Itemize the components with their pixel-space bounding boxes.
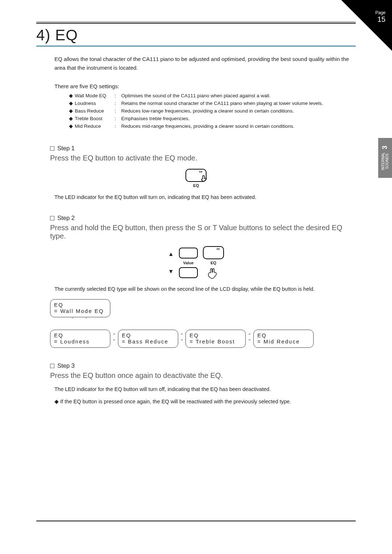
colon: :	[115, 100, 121, 107]
value-buttons: Value	[179, 248, 198, 278]
page-corner-shape	[341, 0, 392, 51]
step-3-label: Step 3	[50, 362, 356, 369]
step-2-note: The currently selected EQ type will be s…	[54, 286, 356, 292]
eq-button-illustration: EQ	[185, 169, 207, 188]
step-2-diagram: ▲ ▼ Value EQ	[36, 246, 356, 280]
setting-desc: Reduces mid-range frequencies, providing…	[121, 123, 356, 130]
settings-list: ◆ Wall Mode EQ : Optimises the sound of …	[69, 92, 356, 130]
colon: :	[115, 123, 121, 130]
step-2-label: Step 2	[50, 215, 356, 221]
value-up-button	[179, 248, 198, 258]
lcd-row: EQ = Loudness ˜˜ EQ = Bass Reduce ˜˜ EQ …	[50, 330, 356, 348]
intro-paragraph: EQ allows the tonal character of the CA1…	[54, 55, 356, 72]
setting-row: ◆ Wall Mode EQ : Optimises the sound of …	[69, 92, 356, 100]
lcd-display: EQ = Wall Mode EQ	[50, 299, 110, 317]
side-tab-line1: INTERNAL	[381, 152, 385, 170]
lcd-line2: = Bass Reduce	[122, 338, 174, 345]
lcd-display: EQ = Loudness	[50, 330, 110, 348]
colon: :	[115, 92, 121, 100]
side-tab: INTERNAL SOUNDS 3	[378, 138, 392, 178]
setting-desc: Optimises the sound of the CA111 piano w…	[121, 92, 356, 100]
header-block: 4) EQ	[36, 23, 356, 47]
page-title: 4) EQ	[36, 24, 356, 45]
diamond-icon: ◆	[69, 107, 75, 115]
setting-row: ◆ Bass Reduce : Reduces low-range freque…	[69, 107, 356, 115]
lcd-separator: ˜˜	[180, 333, 184, 345]
diamond-icon: ◆	[69, 92, 75, 100]
step-1-instruction: Press the EQ button to activate the EQ m…	[50, 154, 356, 162]
step-2: Step 2 Press and hold the EQ button, the…	[36, 215, 356, 348]
value-label: Value	[183, 261, 194, 265]
colon: :	[115, 107, 121, 115]
press-hand-icon	[199, 174, 209, 184]
setting-desc: Retains the normal sound character of th…	[121, 100, 356, 107]
checkbox-icon	[50, 146, 54, 151]
side-tab-line2: SOUNDS	[385, 152, 389, 170]
setting-name: Wall Mode EQ	[75, 92, 115, 100]
eq-button-outline	[203, 246, 224, 259]
setting-row: ◆ Treble Boost : Emphasises treble frequ…	[69, 115, 356, 123]
diamond-icon: ◆	[69, 100, 75, 107]
setting-row: ◆ Loudness : Retains the normal sound ch…	[69, 100, 356, 107]
setting-name: Treble Boost	[75, 115, 115, 123]
step-1-diagram: EQ	[36, 169, 356, 188]
lcd-line1: EQ	[122, 332, 174, 338]
setting-desc: Reduces low-range frequencies, providing…	[121, 107, 356, 115]
step-3-bullet-text: If the EQ button is pressed once again, …	[60, 399, 291, 404]
page-label: Page	[375, 10, 385, 15]
page-corner: Page 15	[341, 0, 392, 51]
diamond-icon: ◆	[69, 123, 75, 130]
step-2-label-text: Step 2	[57, 215, 75, 221]
lcd-line1: EQ	[54, 302, 106, 308]
down-arrows-icon: ˇ ˇ	[72, 317, 356, 322]
lcd-separator: ˜˜	[248, 333, 251, 345]
setting-desc: Emphasises treble frequencies.	[121, 115, 356, 123]
led-icon	[199, 171, 202, 172]
page-number: 15	[375, 15, 385, 24]
step-3-note: The LED indicator for the EQ button will…	[54, 386, 356, 392]
lcd-line1: EQ	[54, 332, 106, 338]
step-3-label-text: Step 3	[57, 362, 75, 369]
lcd-line2: = Loudness	[54, 338, 106, 345]
step-3-bullet: ◆ If the EQ button is pressed once again…	[54, 399, 356, 404]
page-number-block: Page 15	[375, 10, 385, 24]
step-1: Step 1 Press the EQ button to activate t…	[36, 145, 356, 200]
checkbox-icon	[50, 216, 54, 220]
lcd-line1: EQ	[257, 332, 310, 338]
step-1-label-text: Step 1	[57, 145, 75, 152]
setting-row: ◆ Mid Reduce : Reduces mid-range frequen…	[69, 123, 356, 130]
step-2-instruction: Press and hold the EQ button, then press…	[50, 224, 356, 240]
bottom-rule	[36, 521, 356, 521]
up-arrow-icon: ▲	[168, 251, 174, 257]
page: Page 15 INTERNAL SOUNDS 3 4) EQ EQ allow…	[0, 0, 392, 554]
diamond-icon: ◆	[69, 115, 75, 123]
lcd-line1: EQ	[189, 332, 242, 338]
lcd-display: EQ = Mid Reduce	[253, 330, 314, 348]
hold-hand-icon	[206, 266, 221, 280]
top-rule	[36, 22, 356, 22]
lcd-line2: = Wall Mode EQ	[54, 308, 106, 314]
led-icon	[217, 248, 220, 250]
lcd-top-wrap: EQ = Wall Mode EQ ˇ ˇ	[50, 299, 356, 322]
eq-label: EQ	[211, 261, 216, 265]
lcd-line2: = Mid Reduce	[257, 338, 310, 345]
side-tab-section: 3	[381, 146, 389, 149]
step-3-instruction: Press the EQ button once again to deacti…	[50, 371, 356, 380]
lcd-separator: ˜˜	[113, 333, 116, 345]
settings-lead: There are five EQ settings:	[54, 83, 356, 89]
step-1-note: The LED indicator for the EQ button will…	[54, 194, 356, 200]
setting-name: Mid Reduce	[75, 123, 115, 130]
step-3: Step 3 Press the EQ button once again to…	[36, 362, 356, 404]
value-arrows: ▲ ▼	[168, 251, 174, 275]
lcd-display: EQ = Bass Reduce	[118, 330, 178, 348]
setting-name: Bass Reduce	[75, 107, 115, 115]
value-down-button	[179, 267, 198, 278]
down-arrow-icon: ▼	[168, 268, 174, 275]
lcd-display: EQ = Treble Boost	[185, 330, 246, 348]
eq-button-label: EQ	[193, 183, 199, 188]
step-1-label: Step 1	[50, 145, 356, 152]
colon: :	[115, 115, 121, 123]
side-tab-inner: INTERNAL SOUNDS 3	[381, 146, 389, 170]
diamond-icon: ◆	[54, 399, 59, 404]
lcd-line2: = Treble Boost	[189, 338, 242, 345]
